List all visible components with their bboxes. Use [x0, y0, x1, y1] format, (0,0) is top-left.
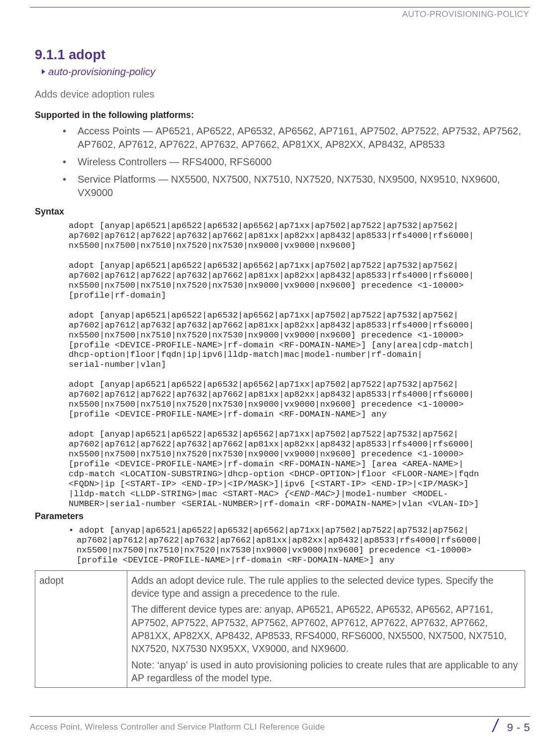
breadcrumb-link[interactable]: auto-provisioning-policy — [48, 66, 155, 78]
list-item: Access Points — AP6521, AP6522, AP6532, … — [63, 124, 525, 151]
parameters-table: adopt Adds an adopt device rule. The rul… — [35, 570, 525, 688]
syntax-text: adopt [anyap|ap6521|ap6522|ap6532|ap6562… — [69, 430, 479, 499]
syntax-label: Syntax — [35, 207, 525, 217]
param-desc-text: The different device types are: anyap, A… — [131, 603, 521, 655]
param-name-cell: adopt — [35, 570, 127, 688]
syntax-block: adopt [anyap|ap6521|ap6522|ap6532|ap6562… — [69, 311, 525, 370]
parameters-lead: • adopt [anyap|ap6521|ap6522|ap6532|ap65… — [69, 526, 525, 565]
footer-doc-title: Access Point, Wireless Controller and Se… — [30, 722, 325, 732]
list-item: Wireless Controllers — RFS4000, RFS6000 — [63, 155, 525, 169]
arrow-right-icon — [42, 69, 45, 74]
param-desc-cell: Adds an adopt device rule. The rule appl… — [127, 570, 525, 688]
platforms-list: Access Points — AP6521, AP6522, AP6532, … — [35, 124, 525, 200]
footer-right: / 9 - 5 — [493, 720, 530, 734]
syntax-block: adopt [anyap|ap6521|ap6522|ap6532|ap6562… — [69, 430, 525, 509]
header-rule — [30, 7, 530, 7]
syntax-block: adopt [anyap|ap6521|ap6522|ap6532|ap6562… — [69, 380, 525, 420]
header-section-name: AUTO-PROVISIONING-POLICY — [30, 9, 530, 19]
param-desc-text: Adds an adopt device rule. The rule appl… — [131, 574, 521, 600]
syntax-block: adopt [anyap|ap6521|ap6522|ap6532|ap6562… — [69, 261, 525, 301]
breadcrumb: auto-provisioning-policy — [35, 66, 525, 78]
intro-text: Adds device adoption rules — [35, 88, 525, 101]
param-desc-text: Note: ‘anyap’ is used in auto provisioni… — [131, 658, 521, 685]
section-heading: 9.1.1 adopt — [35, 47, 525, 63]
platforms-label: Supported in the following platforms: — [35, 110, 525, 120]
slash-icon: / — [493, 721, 505, 732]
list-item: Service Platforms — NX5500, NX7500, NX75… — [63, 173, 525, 200]
page-number: 9 - 5 — [507, 721, 530, 734]
table-row: adopt Adds an adopt device rule. The rul… — [35, 570, 525, 688]
syntax-placeholder: {<END-MAC>} — [284, 489, 340, 499]
syntax-block: adopt [anyap|ap6521|ap6522|ap6532|ap6562… — [69, 221, 525, 251]
page-footer: Access Point, Wireless Controller and Se… — [30, 716, 530, 734]
footer-rule — [30, 716, 530, 717]
parameters-label: Parameters — [35, 511, 525, 522]
